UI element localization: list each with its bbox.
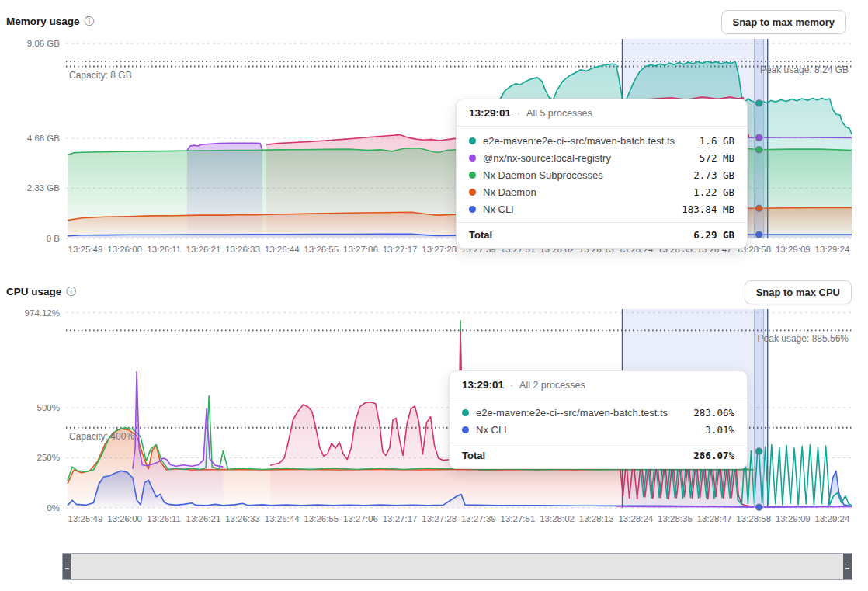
series-line-local-registry	[616, 506, 852, 507]
process-name: e2e-maven:e2e-ci--src/maven-batch.test.t…	[483, 135, 693, 147]
tooltip-header: 13:29:01 · All 2 processes	[450, 371, 747, 398]
x-axis-label: 13:27:28	[422, 514, 457, 523]
cpu-tooltip: 13:29:01 · All 2 processes e2e-maven:e2e…	[449, 370, 748, 469]
timeline-brush[interactable]	[62, 553, 852, 580]
tooltip-process-list: e2e-maven:e2e-ci--src/maven-batch.test.t…	[457, 127, 747, 222]
series-color-dot	[469, 189, 476, 196]
info-icon[interactable]: ⓘ	[85, 16, 95, 26]
x-axis-label: 13:27:06	[343, 514, 378, 523]
x-axis-label: 13:29:24	[815, 514, 850, 523]
brush-handle-left[interactable]	[63, 554, 71, 579]
x-axis-label: 13:25:49	[68, 514, 103, 523]
process-value: 3.01%	[705, 424, 734, 436]
tooltip-total-value: 6.29 GB	[693, 229, 734, 241]
tooltip-row: Nx Daemon Subprocesses2.73 GB	[469, 166, 734, 183]
x-axis-label: 13:26:21	[186, 245, 221, 254]
x-axis-label: 13:25:49	[68, 245, 103, 254]
y-axis-label: 0 B	[47, 234, 60, 243]
grip-icon	[65, 565, 69, 569]
x-axis-label: 13:26:33	[225, 514, 260, 523]
x-axis-label: 13:29:24	[815, 245, 850, 254]
hover-dot	[756, 147, 762, 153]
tooltip-separator: ·	[510, 380, 513, 391]
x-axis-label: 13:26:21	[186, 514, 221, 523]
tooltip-row: Nx Daemon1.22 GB	[469, 183, 734, 200]
x-axis-label: 13:28:13	[579, 514, 614, 523]
snap-to-max-memory-button[interactable]: Snap to max memory	[721, 10, 847, 34]
x-axis-label: 13:26:44	[265, 245, 300, 254]
tooltip-process-list: e2e-maven:e2e-ci--src/maven-batch.test.t…	[450, 398, 747, 443]
hover-dot	[756, 205, 762, 211]
tooltip-total-label: Total	[469, 229, 492, 241]
process-name: Nx Daemon	[483, 186, 686, 198]
memory-title-text: Memory usage	[6, 16, 80, 27]
tooltip-separator: ·	[517, 108, 520, 119]
tooltip-row: Nx CLI3.01%	[462, 421, 734, 438]
process-name: @nx/nx-source:local-registry	[483, 152, 693, 164]
y-axis-label: 2.33 GB	[27, 183, 60, 193]
y-axis-label: 500%	[37, 403, 60, 412]
tooltip-subtitle: All 2 processes	[519, 380, 585, 391]
capacity-label: Capacity: 400%	[69, 431, 134, 442]
memory-tooltip: 13:29:01 · All 5 processes e2e-maven:e2e…	[456, 99, 748, 249]
tooltip-time: 13:29:01	[462, 379, 504, 391]
series-color-dot	[462, 426, 469, 433]
hover-dot	[756, 100, 762, 106]
info-icon[interactable]: ⓘ	[66, 287, 76, 297]
process-value: 2.73 GB	[693, 169, 734, 181]
y-axis-label: 9.06 GB	[27, 39, 60, 48]
brush-track[interactable]	[71, 554, 843, 579]
x-axis-label: 13:28:35	[658, 514, 693, 523]
x-axis-label: 13:28:02	[540, 514, 575, 523]
x-axis-label: 13:26:00	[107, 245, 142, 254]
memory-section-title: Memory usage ⓘ	[6, 16, 95, 27]
x-axis-label: 13:26:55	[304, 514, 339, 523]
process-value: 1.22 GB	[693, 186, 734, 198]
tooltip-total-row: Total 286.07%	[450, 443, 747, 468]
x-axis-label: 13:27:06	[343, 245, 378, 254]
process-name: Nx Daemon Subprocesses	[483, 169, 686, 181]
tooltip-row: e2e-maven:e2e-ci--src/maven-batch.test.t…	[469, 132, 734, 149]
tooltip-row: e2e-maven:e2e-ci--src/maven-batch.test.t…	[462, 404, 734, 421]
y-axis-label: 4.66 GB	[27, 134, 60, 143]
tooltip-subtitle: All 5 processes	[526, 108, 592, 119]
x-axis-label: 13:27:17	[383, 514, 418, 523]
x-axis-label: 13:26:11	[147, 514, 181, 523]
y-axis-label: 0%	[47, 503, 60, 513]
series-color-dot	[469, 155, 476, 162]
peak-usage-label: Peak usage: 8.24 GB	[760, 64, 849, 75]
x-axis-label: 13:27:28	[422, 245, 457, 254]
tooltip-total-row: Total 6.29 GB	[457, 222, 747, 248]
y-axis-label: 974.12%	[25, 308, 60, 318]
process-value: 283.06%	[693, 407, 734, 419]
grip-icon	[845, 565, 849, 569]
process-name: Nx CLI	[476, 424, 698, 436]
series-color-dot	[462, 409, 469, 416]
x-axis-label: 13:26:33	[225, 245, 260, 254]
snap-to-max-cpu-button[interactable]: Snap to max CPU	[745, 280, 852, 304]
x-axis-label: 13:26:00	[107, 514, 142, 523]
peak-usage-label: Peak usage: 885.56%	[758, 333, 849, 344]
x-axis-label: 13:28:58	[736, 514, 771, 523]
x-axis-label: 13:26:55	[304, 245, 339, 254]
process-value: 572 MB	[700, 152, 734, 164]
hover-dot	[756, 448, 762, 454]
capacity-label: Capacity: 8 GB	[69, 70, 132, 81]
x-axis-label: 13:26:11	[147, 245, 181, 254]
x-axis-label: 13:28:47	[697, 514, 732, 523]
x-axis-label: 13:27:39	[461, 514, 496, 523]
x-axis-label: 13:28:24	[618, 514, 653, 523]
tooltip-row: Nx CLI183.84 MB	[469, 200, 734, 217]
process-name: e2e-maven:e2e-ci--src/maven-batch.test.t…	[476, 407, 686, 419]
tooltip-total-label: Total	[462, 450, 485, 461]
series-color-dot	[469, 206, 476, 213]
series-color-dot	[469, 137, 476, 144]
hover-dot	[756, 134, 762, 141]
hover-dot	[756, 231, 762, 238]
brush-handle-right[interactable]	[843, 554, 852, 579]
x-axis-label: 13:26:44	[265, 514, 300, 523]
series-color-dot	[469, 172, 476, 179]
cpu-section-title: CPU usage ⓘ	[6, 286, 76, 297]
resource-usage-page: Memory usage ⓘ Snap to max memory 9.06 G…	[0, 0, 868, 591]
x-axis-label: 13:27:51	[501, 514, 536, 523]
